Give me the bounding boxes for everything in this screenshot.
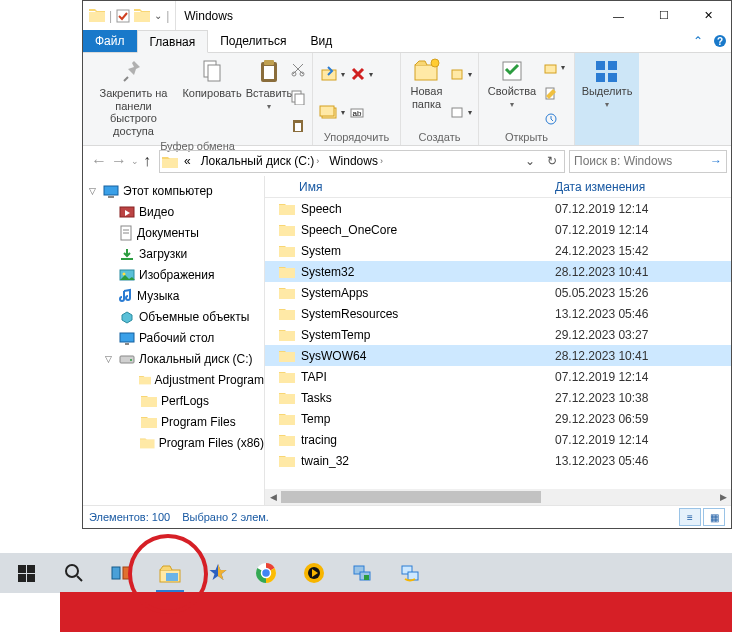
history-icon[interactable] <box>543 107 565 129</box>
folder-icon[interactable] <box>134 9 150 22</box>
file-row[interactable]: SystemApps05.05.2023 15:26 <box>265 282 731 303</box>
up-button[interactable]: ↑ <box>143 152 151 170</box>
tab-home[interactable]: Главная <box>137 30 209 53</box>
copy-button[interactable]: Копировать <box>180 55 244 140</box>
svg-rect-71 <box>112 567 120 579</box>
file-row[interactable]: Speech07.12.2019 12:14 <box>265 198 731 219</box>
pasteshortcut-small-icon[interactable] <box>290 114 306 136</box>
tree-item[interactable]: Изображения <box>83 264 264 285</box>
tree-item[interactable]: Program Files (x86) <box>83 432 264 453</box>
qat-divider: | <box>166 9 169 23</box>
tree-item[interactable]: ▽Локальный диск (C:) <box>83 348 264 369</box>
easyaccess-icon[interactable]: ▾ <box>450 101 472 123</box>
collapse-ribbon-icon[interactable]: ⌃ <box>687 30 709 52</box>
copypath-small-icon[interactable] <box>290 86 306 108</box>
edit-icon[interactable] <box>543 82 565 104</box>
svg-rect-9 <box>264 60 274 65</box>
newitem-icon[interactable]: ▾ <box>450 63 472 85</box>
tree-item[interactable]: Рабочий стол <box>83 327 264 348</box>
file-row[interactable]: Speech_OneCore07.12.2019 12:14 <box>265 219 731 240</box>
open-icon[interactable]: ▾ <box>543 57 565 79</box>
tree-item[interactable]: Документы <box>83 222 264 243</box>
svg-line-70 <box>77 576 82 581</box>
search-go-icon[interactable]: → <box>710 154 722 168</box>
file-row[interactable]: twain_3213.12.2023 05:46 <box>265 450 731 471</box>
forward-button[interactable]: → <box>111 152 127 170</box>
refresh-icon[interactable]: ↻ <box>542 154 562 168</box>
file-row[interactable]: Temp29.12.2023 06:59 <box>265 408 731 429</box>
svg-rect-30 <box>596 61 605 70</box>
delete-icon[interactable]: ▾ <box>349 63 373 85</box>
file-row[interactable]: SystemResources13.12.2023 05:46 <box>265 303 731 324</box>
status-selected: Выбрано 2 элем. <box>182 511 269 523</box>
crumb-folder[interactable]: Windows› <box>325 154 387 168</box>
tree-item[interactable]: Adjustment Program <box>83 369 264 390</box>
file-row[interactable]: System3228.12.2023 10:41 <box>265 261 731 282</box>
file-row[interactable]: System24.12.2023 15:42 <box>265 240 731 261</box>
horizontal-scrollbar[interactable]: ◀▶ <box>265 489 731 505</box>
explorer-taskbar-button[interactable] <box>146 553 194 593</box>
address-dropdown-icon[interactable]: ⌄ <box>520 154 540 168</box>
svg-rect-1 <box>117 10 129 22</box>
pin-button[interactable]: Закрепить на панели быстрого доступа <box>87 55 180 140</box>
help-icon[interactable]: ? <box>709 30 731 52</box>
svg-rect-10 <box>264 66 274 79</box>
svg-rect-58 <box>279 331 295 341</box>
svg-rect-83 <box>408 572 418 580</box>
address-bar[interactable]: « Локальный диск (C:)› Windows› ⌄ ↻ <box>159 150 565 173</box>
taskview-button[interactable] <box>98 553 146 593</box>
start-button[interactable] <box>2 553 50 593</box>
file-row[interactable]: Tasks27.12.2023 10:38 <box>265 387 731 408</box>
crumb-disk[interactable]: Локальный диск (C:)› <box>197 154 324 168</box>
recent-dropdown[interactable]: ⌄ <box>131 156 139 166</box>
cut-small-icon[interactable] <box>290 58 306 80</box>
network-app-button[interactable] <box>338 553 386 593</box>
col-name[interactable]: Имя <box>265 180 555 194</box>
tab-file[interactable]: Файл <box>83 30 137 52</box>
newfolder-button[interactable]: Новая папка <box>405 55 448 131</box>
view-details-icon[interactable]: ≡ <box>679 508 701 526</box>
maximize-button[interactable]: ☐ <box>641 1 686 30</box>
rename-icon[interactable]: ab <box>349 101 373 123</box>
file-row[interactable]: SystemTemp29.12.2023 03:27 <box>265 324 731 345</box>
aimp-button[interactable] <box>290 553 338 593</box>
select-button[interactable]: Выделить ▾ <box>578 55 637 143</box>
copyto-icon[interactable]: ▾ <box>319 101 345 123</box>
search-box[interactable]: Поиск в: Windows → <box>569 150 727 173</box>
remote-app-button[interactable] <box>386 553 434 593</box>
tab-view[interactable]: Вид <box>298 30 344 52</box>
chrome-button[interactable] <box>242 553 290 593</box>
crumb-overflow[interactable]: « <box>180 154 195 168</box>
tree-item[interactable]: ▽Этот компьютер <box>83 180 264 201</box>
tree-item[interactable]: Музыка <box>83 285 264 306</box>
col-date[interactable]: Дата изменения <box>555 180 731 194</box>
svg-point-69 <box>66 565 78 577</box>
checkbox-icon[interactable] <box>116 9 130 23</box>
properties-button[interactable]: Свойства ▾ <box>483 55 541 131</box>
pin-icon <box>120 57 148 85</box>
minimize-button[interactable]: — <box>596 1 641 30</box>
file-row[interactable]: SysWOW6428.12.2023 10:41 <box>265 345 731 366</box>
file-row[interactable]: tracing07.12.2019 12:14 <box>265 429 731 450</box>
tree-item[interactable]: Объемные объекты <box>83 306 264 327</box>
nav-tree[interactable]: ▽Этот компьютерВидеоДокументыЗагрузкиИзо… <box>83 176 265 505</box>
search-taskbar-button[interactable] <box>50 553 98 593</box>
tree-item[interactable]: PerfLogs <box>83 390 264 411</box>
star-app-button[interactable] <box>194 553 242 593</box>
tree-item[interactable]: Видео <box>83 201 264 222</box>
view-large-icon[interactable]: ▦ <box>703 508 725 526</box>
file-row[interactable]: TAPI07.12.2019 12:14 <box>265 366 731 387</box>
paste-button[interactable]: Вставить ▾ <box>244 55 294 140</box>
close-button[interactable]: ✕ <box>686 1 731 30</box>
tab-share[interactable]: Поделиться <box>208 30 298 52</box>
tree-item[interactable]: Загрузки <box>83 243 264 264</box>
svg-rect-64 <box>279 457 295 467</box>
svg-rect-62 <box>279 415 295 425</box>
svg-rect-74 <box>166 573 178 581</box>
moveto-icon[interactable]: ▾ <box>319 63 345 85</box>
qat-overflow-icon[interactable]: ⌄ <box>154 10 162 21</box>
tree-item[interactable]: Program Files <box>83 411 264 432</box>
svg-rect-2 <box>134 12 150 22</box>
back-button[interactable]: ← <box>91 152 107 170</box>
file-list[interactable]: Speech07.12.2019 12:14Speech_OneCore07.1… <box>265 198 731 489</box>
